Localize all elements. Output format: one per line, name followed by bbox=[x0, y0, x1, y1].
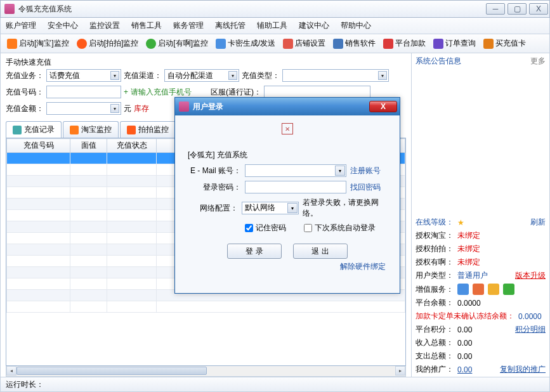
auth-tb-label: 授权淘宝： bbox=[416, 230, 454, 241]
menu-monitor[interactable]: 监控设置 bbox=[89, 20, 120, 31]
stock-label: 库存 bbox=[134, 103, 149, 114]
menu-offline[interactable]: 离线托管 bbox=[215, 20, 246, 31]
chevron-down-icon: ▾ bbox=[228, 71, 237, 80]
autologin-checkbox[interactable]: 下次系统自动登录 bbox=[304, 223, 376, 233]
close-button[interactable]: X bbox=[529, 3, 548, 15]
forgot-link[interactable]: 找回密码 bbox=[350, 182, 381, 193]
tb-paipai-monitor[interactable]: 启动[拍拍]监控 bbox=[74, 37, 141, 50]
tb-buy-card[interactable]: 买充值卡 bbox=[481, 37, 528, 50]
card-icon bbox=[216, 39, 226, 49]
unbind-link[interactable]: 解除硬件绑定 bbox=[340, 262, 386, 271]
menu-sales[interactable]: 销售工具 bbox=[131, 20, 162, 31]
statusbar: 运行时长： bbox=[0, 377, 550, 392]
register-link[interactable]: 注册账号 bbox=[350, 166, 381, 176]
star-icon: ★ bbox=[457, 218, 464, 227]
notice-area bbox=[416, 69, 546, 215]
th-value[interactable]: 面值 bbox=[70, 139, 107, 153]
tb-platform-fund[interactable]: 平台加款 bbox=[381, 37, 428, 50]
tab-taobao-monitor[interactable]: 淘宝监控 bbox=[63, 121, 119, 138]
menu-account[interactable]: 账户管理 bbox=[6, 20, 36, 31]
freeze-value: 0.0000 bbox=[518, 312, 542, 321]
dialog-titlebar[interactable]: 用户登录 X bbox=[175, 98, 400, 115]
menu-finance[interactable]: 账务管理 bbox=[173, 20, 204, 31]
net-select[interactable]: 默认网络▾ bbox=[242, 202, 299, 214]
channel-label: 充值渠道： bbox=[124, 70, 162, 81]
usertype-value[interactable]: 普通用户 bbox=[457, 270, 488, 281]
type-label: 充值类型： bbox=[242, 70, 280, 81]
login-dialog: 用户登录 X ✕ [令狐充] 充值系统 E - Mail 账号： ▾ 注册账号 … bbox=[174, 97, 400, 294]
type-select[interactable]: ▾ bbox=[282, 69, 389, 82]
menu-help[interactable]: 帮助中心 bbox=[341, 20, 371, 31]
taobao-icon bbox=[7, 39, 17, 49]
income-value: 0.00 bbox=[457, 339, 472, 348]
auth-tb-value: 未绑定 bbox=[457, 230, 480, 241]
minimize-button[interactable]: ─ bbox=[486, 3, 505, 15]
menu-suggest[interactable]: 建议中心 bbox=[299, 20, 329, 31]
biz-select[interactable]: 话费充值▾ bbox=[46, 69, 121, 82]
paipai-icon bbox=[127, 126, 136, 134]
dialog-title: 用户登录 bbox=[193, 101, 369, 112]
vas-icon[interactable] bbox=[503, 284, 514, 295]
taobao-icon bbox=[70, 126, 79, 134]
th-num[interactable]: 充值号码 bbox=[7, 139, 70, 153]
login-button[interactable]: 登 录 bbox=[227, 244, 282, 259]
net-hint: 若登录失败，请更换网络。 bbox=[303, 197, 388, 219]
vas-icon[interactable] bbox=[457, 284, 469, 295]
chevron-down-icon: ▾ bbox=[378, 71, 387, 80]
tb-order-query[interactable]: 订单查询 bbox=[431, 37, 478, 50]
balance-label: 平台余额： bbox=[416, 297, 454, 308]
th-status[interactable]: 充值状态 bbox=[107, 139, 157, 153]
order-icon bbox=[433, 39, 443, 49]
notice-title: 系统公告信息 bbox=[416, 56, 461, 67]
amt-select[interactable]: ▾ bbox=[46, 102, 121, 115]
expense-label: 支出总额： bbox=[416, 351, 454, 362]
auth-yz-value: 未绑定 bbox=[457, 257, 480, 268]
table-row[interactable] bbox=[7, 301, 405, 313]
quick-recharge-title: 手动快速充值 bbox=[6, 57, 406, 68]
points-detail-link[interactable]: 积分明细 bbox=[515, 324, 546, 335]
scroll-thumb[interactable] bbox=[16, 367, 207, 375]
promo-label: 我的推广： bbox=[416, 364, 454, 375]
vas-icon[interactable] bbox=[488, 284, 499, 295]
auth-yz-label: 授权有啊： bbox=[416, 257, 454, 268]
tb-shop-settings[interactable]: 店铺设置 bbox=[280, 37, 328, 50]
remember-checkbox[interactable]: 记住密码 bbox=[245, 223, 286, 233]
num-hint: 请输入充值手机号 bbox=[131, 87, 192, 98]
password-input[interactable] bbox=[245, 181, 346, 193]
horizontal-scrollbar[interactable]: ◂ ▸ bbox=[6, 366, 406, 377]
promo-value[interactable]: 0.00 bbox=[457, 365, 472, 374]
tb-taobao-monitor[interactable]: 启动[淘宝]监控 bbox=[4, 37, 72, 50]
tb-youa-monitor[interactable]: 启动[有啊]监控 bbox=[143, 37, 211, 50]
tab-recharge-log[interactable]: 充值记录 bbox=[6, 121, 62, 138]
tb-sales-software[interactable]: 销售软件 bbox=[331, 37, 378, 50]
buy-icon bbox=[483, 39, 494, 49]
menu-tools[interactable]: 辅助工具 bbox=[257, 20, 287, 31]
chevron-down-icon[interactable]: ▾ bbox=[287, 203, 298, 213]
dialog-close-button[interactable]: X bbox=[369, 101, 397, 112]
window-titlebar: 令狐充充值系统 ─ ▢ X bbox=[0, 0, 550, 18]
notice-more[interactable]: 更多 bbox=[530, 56, 546, 67]
online-label: 在线等级： bbox=[416, 217, 454, 228]
dialog-icon bbox=[179, 101, 189, 112]
refresh-link[interactable]: 刷新 bbox=[530, 217, 546, 228]
vas-label: 增值服务： bbox=[416, 284, 454, 295]
shop-icon bbox=[283, 39, 293, 49]
menu-security[interactable]: 安全中心 bbox=[48, 20, 78, 31]
promo-copy-link[interactable]: 复制我的推广 bbox=[500, 364, 546, 375]
tb-card-gen[interactable]: 卡密生成/发送 bbox=[213, 37, 278, 50]
channel-select[interactable]: 自动分配渠道▾ bbox=[164, 69, 239, 82]
scroll-right-icon[interactable]: ▸ bbox=[395, 366, 405, 376]
upgrade-link[interactable]: 版本升级 bbox=[515, 270, 546, 281]
broken-image-icon: ✕ bbox=[282, 123, 293, 134]
scroll-left-icon[interactable]: ◂ bbox=[6, 366, 16, 376]
chevron-down-icon: ▾ bbox=[110, 104, 119, 113]
tab-paipai-monitor[interactable]: 拍拍监控 bbox=[120, 121, 176, 138]
exit-button[interactable]: 退 出 bbox=[293, 244, 348, 259]
income-label: 收入总额： bbox=[416, 337, 454, 348]
chevron-down-icon[interactable]: ▾ bbox=[335, 166, 345, 176]
num-input[interactable] bbox=[46, 86, 121, 98]
vas-icon[interactable] bbox=[473, 284, 484, 295]
maximize-button[interactable]: ▢ bbox=[507, 3, 527, 15]
area-input[interactable] bbox=[264, 86, 370, 98]
email-input[interactable]: ▾ bbox=[245, 164, 346, 177]
